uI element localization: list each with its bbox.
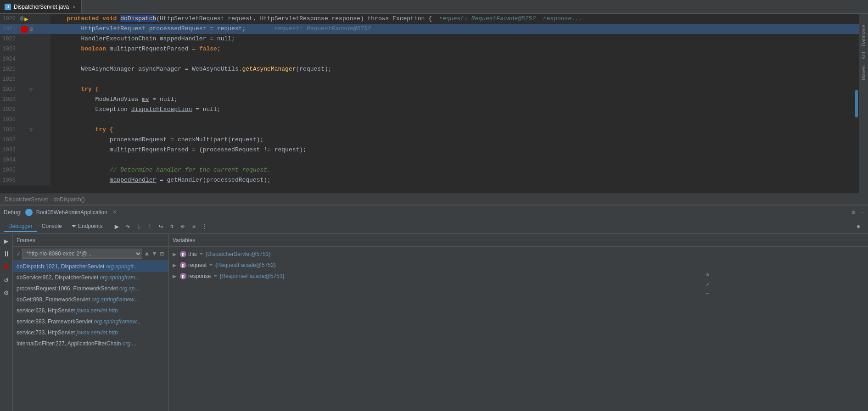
expand-this-button[interactable]: ▶ <box>173 250 178 258</box>
breadcrumb-class[interactable]: DispatcherServlet <box>5 196 48 203</box>
thread-up-button[interactable]: ▲ <box>144 250 150 257</box>
gutter-1034: 1034 <box>0 155 50 165</box>
expand-request-button[interactable]: ▶ <box>173 261 178 269</box>
variables-label: Variables <box>173 237 195 244</box>
code-line-1033: 1033 multipartRequestParsed = (processed… <box>0 145 868 155</box>
frame-item-1[interactable]: doService:962, DispatcherServlet org.spr… <box>13 272 168 283</box>
code-content-1027: try { <box>50 84 868 94</box>
code-content-1035: // Determine handler for the current req… <box>50 165 868 175</box>
force-step-button[interactable]: ↯ <box>166 221 177 232</box>
gutter-1027: 1027 ▽ <box>0 84 50 94</box>
resume-button[interactable]: ▶ <box>111 221 122 232</box>
fold-icon[interactable]: ▽ <box>29 86 33 93</box>
code-content-1032: processedRequest = checkMultipart(reques… <box>50 135 868 145</box>
code-content-1029: Exception dispatchException = null; <box>50 105 868 115</box>
code-line-1024: 1024 <box>0 54 868 64</box>
debug-settings-button[interactable]: ⚙ <box>851 209 855 216</box>
expand-response-button[interactable]: ▶ <box>173 272 178 280</box>
code-content-1033: multipartRequestParsed = (processedReque… <box>50 145 868 155</box>
settings-left-button[interactable]: ⚙ <box>1 287 12 298</box>
editor-area: 1020 @ ▶ protected void doDispatch(HttpS… <box>0 14 868 205</box>
variables-panel-header: Variables <box>169 234 868 247</box>
code-content-1030 <box>50 115 868 125</box>
breadcrumb-method[interactable]: doDispatch() <box>54 196 85 203</box>
rerun-button[interactable]: ↺ <box>1 274 12 285</box>
gutter-1021: 1021 ⬤ ⊘ <box>0 24 50 34</box>
tab-console[interactable]: Console <box>37 221 67 232</box>
right-panel: Database Ant Maven <box>859 14 868 205</box>
tab-dispatcher-servlet[interactable]: J DispatcherServlet.java × <box>0 0 82 13</box>
database-panel-tab[interactable]: Database <box>860 23 867 48</box>
code-line-1029: 1029 Exception dispatchException = null; <box>0 105 868 115</box>
step-out-button[interactable]: ↑ <box>144 221 155 232</box>
gutter-1031: 1031 ▽ <box>0 125 50 135</box>
scrollbar-indicator[interactable] <box>855 90 858 117</box>
frame-item-6[interactable]: service:733, HttpServlet javax.servlet.h… <box>13 327 168 338</box>
code-content-1026 <box>50 74 868 84</box>
thread-selector: ✓ *http-nio-8080-exec-2*@... ▲ ▼ ⊞ <box>13 247 168 261</box>
debug-label: Debug: <box>4 209 22 216</box>
pause-button[interactable]: ⏸ <box>1 249 12 260</box>
gutter-1020: 1020 @ ▶ <box>0 14 50 24</box>
gutter-1030: 1030 <box>0 115 50 125</box>
stop-button[interactable]: ■ <box>1 261 12 272</box>
frames-panel: Frames ✓ *http-nio-8080-exec-2*@... ▲ ▼ … <box>13 234 169 411</box>
breakpoint-icon[interactable]: ⬤ <box>20 24 28 33</box>
ant-panel-tab[interactable]: Ant <box>860 50 867 61</box>
frame-item-5[interactable]: service:883, FrameworkServlet org.spring… <box>13 316 168 327</box>
code-line-1027: 1027 ▽ try { <box>0 84 868 94</box>
gutter-1033: 1033 <box>0 145 50 155</box>
gutter-1029: 1029 <box>0 105 50 115</box>
step-into-button[interactable]: ↓ <box>133 221 144 232</box>
var-type-request: p <box>180 262 186 268</box>
step-over-button[interactable]: ↷ <box>122 221 133 232</box>
code-line-1026: 1026 <box>0 74 868 84</box>
thread-check-icon: ✓ <box>17 250 20 258</box>
code-line-1028: 1028 ModelAndView mv = null; <box>0 94 868 105</box>
tab-close-button[interactable]: × <box>72 4 76 10</box>
code-content-1023: boolean multipartRequestParsed = false; <box>50 44 868 54</box>
current-line-arrow: ▶ <box>24 15 28 23</box>
var-type-this: p <box>180 251 186 257</box>
code-content-1020: protected void doDispatch(HttpServletReq… <box>50 14 868 24</box>
tab-debugger[interactable]: Debugger <box>4 221 37 232</box>
debug-minimize-button[interactable]: — <box>861 209 864 216</box>
code-content-1021: HttpServletRequest processedRequest = re… <box>50 24 868 34</box>
debug-left-icons: ▶ ⏸ ■ ↺ ⚙ <box>0 234 13 411</box>
threads-button[interactable]: ⋮ <box>199 221 210 232</box>
code-line-1032: 1032 processedRequest = checkMultipart(r… <box>0 135 868 145</box>
thread-dropdown[interactable]: *http-nio-8080-exec-2*@... <box>22 249 142 259</box>
var-item-this: ▶ p this = {DispatcherServlet@5751} <box>169 249 868 260</box>
code-content-1031: try { <box>50 125 868 135</box>
debug-panel: Debug: Boot05WebAdminApplication × ⚙ — D… <box>0 205 868 411</box>
fold-icon-2[interactable]: ▽ <box>29 127 33 133</box>
code-view[interactable]: 1020 @ ▶ protected void doDispatch(HttpS… <box>0 14 868 194</box>
tab-endpoints[interactable]: ⏷ Endpoints <box>67 221 107 232</box>
debug-toolbar: Debugger Console ⏷ Endpoints ▶ ↷ ↓ ↑ ↪ ↯… <box>0 219 868 234</box>
breadcrumb: DispatcherServlet › doDispatch() <box>0 194 868 205</box>
frame-item-7[interactable]: internalDoFilter:227, ApplicationFilterC… <box>13 338 168 349</box>
code-line-1031: 1031 ▽ try { <box>0 125 868 135</box>
gutter-1024: 1024 <box>0 54 50 64</box>
tab-bar: J DispatcherServlet.java × <box>0 0 868 14</box>
frame-item-2[interactable]: processRequest:1006, FrameworkServlet or… <box>13 283 168 294</box>
frames-button[interactable]: ≡ <box>188 221 199 232</box>
frame-item-0[interactable]: doDispatch:1021, DispatcherServlet org.s… <box>13 261 168 272</box>
exec-point-button[interactable]: ⊙ <box>177 221 188 232</box>
frame-list[interactable]: doDispatch:1021, DispatcherServlet org.s… <box>13 261 168 411</box>
frame-item-3[interactable]: doGet:898, FrameworkServlet org.springfr… <box>13 294 168 305</box>
gutter-1025: 1025 <box>0 64 50 74</box>
maven-panel-tab[interactable]: Maven <box>860 63 867 82</box>
run-cursor-button[interactable]: ↪ <box>155 221 166 232</box>
frames-label: Frames <box>17 237 35 244</box>
thread-filter-button[interactable]: ⊞ <box>159 250 165 258</box>
no-icon: ⊘ <box>29 25 33 33</box>
code-line-1020: 1020 @ ▶ protected void doDispatch(HttpS… <box>0 14 868 24</box>
annotation-icon: @ <box>20 16 23 22</box>
debug-close-button[interactable]: × <box>113 209 116 216</box>
resume-left-button[interactable]: ▶ <box>1 236 12 247</box>
restore-button[interactable]: ⊞ <box>853 221 864 232</box>
frame-item-4[interactable]: service:626, HttpServlet javax.servlet.h… <box>13 305 168 316</box>
thread-down-button[interactable]: ▼ <box>151 250 157 257</box>
debug-app-name: Boot05WebAdminApplication <box>36 209 107 216</box>
